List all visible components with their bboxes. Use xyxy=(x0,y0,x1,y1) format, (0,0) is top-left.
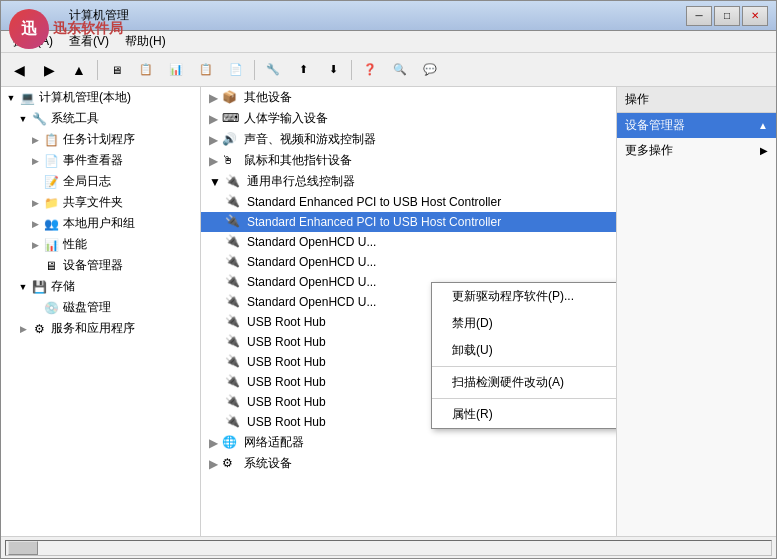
ops-item-devmgr-arrow: ▲ xyxy=(758,120,768,131)
device-enhanced-2[interactable]: 🔌 Standard Enhanced PCI to USB Host Cont… xyxy=(201,212,616,232)
tree-label-services: 服务和应用程序 xyxy=(51,320,135,337)
toolbar-btn-3[interactable]: 📋 xyxy=(132,57,160,83)
cat-other-icon: 📦 xyxy=(222,90,238,106)
device-openhcd-2[interactable]: 🔌 Standard OpenHCD U... xyxy=(201,252,616,272)
tree-item-event[interactable]: ▶ 📄 事件查看器 xyxy=(1,150,200,171)
tree-label-task: 任务计划程序 xyxy=(63,131,135,148)
toolbar-btn-12[interactable]: 💬 xyxy=(416,57,444,83)
context-menu: 更新驱动程序软件(P)... 禁用(D) 卸载(U) 扫描检测硬件改动(A) 属… xyxy=(431,282,616,429)
tree-item-log[interactable]: 📝 全局日志 xyxy=(1,171,200,192)
ctx-scan[interactable]: 扫描检测硬件改动(A) xyxy=(432,369,616,396)
cat-usb-icon: 🔌 xyxy=(225,174,241,190)
expand-task: ▶ xyxy=(29,134,41,146)
tree-item-task[interactable]: ▶ 📋 任务计划程序 xyxy=(1,129,200,150)
toolbar-btn-2[interactable]: 🖥 xyxy=(102,57,130,83)
cat-mouse-label: 鼠标和其他指针设备 xyxy=(244,152,352,169)
device-usb-hub-5-icon: 🔌 xyxy=(225,394,241,410)
main-window: 迅 迅东软件局 计算机管理 ─ □ ✕ 操作(A) 查看(V) 帮助(H) ◀ … xyxy=(0,0,777,559)
scroll-thumb[interactable] xyxy=(8,541,38,555)
toolbar-btn-4[interactable]: 📊 xyxy=(162,57,190,83)
device-enhanced-2-icon: 🔌 xyxy=(225,214,241,230)
ctx-update-driver[interactable]: 更新驱动程序软件(P)... xyxy=(432,283,616,310)
tree-item-disk[interactable]: 💿 磁盘管理 xyxy=(1,297,200,318)
back-button[interactable]: ◀ xyxy=(5,57,33,83)
tree-item-perf[interactable]: ▶ 📊 性能 xyxy=(1,234,200,255)
expand-log xyxy=(29,176,41,188)
expand-services: ▶ xyxy=(17,323,29,335)
device-openhcd-2-label: Standard OpenHCD U... xyxy=(247,255,376,269)
storage-icon: 💾 xyxy=(31,279,47,295)
ctx-disable[interactable]: 禁用(D) xyxy=(432,310,616,337)
tree-item-devmgr[interactable]: 🖥 设备管理器 xyxy=(1,255,200,276)
device-usb-hub-3-icon: 🔌 xyxy=(225,354,241,370)
cat-usb[interactable]: ▼ 🔌 通用串行总线控制器 xyxy=(201,171,616,192)
device-enhanced-2-label: Standard Enhanced PCI to USB Host Contro… xyxy=(247,215,501,229)
tree-item-computer[interactable]: ▼ 💻 计算机管理(本地) xyxy=(1,87,200,108)
cat-hid[interactable]: ▶ ⌨ 人体学输入设备 xyxy=(201,108,616,129)
cat-net[interactable]: ▶ 🌐 网络适配器 xyxy=(201,432,616,453)
tree-item-tools[interactable]: ▼ 🔧 系统工具 xyxy=(1,108,200,129)
expand-share: ▶ xyxy=(29,197,41,209)
cat-net-expand: ▶ xyxy=(209,436,218,450)
cat-audio[interactable]: ▶ 🔊 声音、视频和游戏控制器 xyxy=(201,129,616,150)
cat-net-label: 网络适配器 xyxy=(244,434,304,451)
disk-icon: 💿 xyxy=(43,300,59,316)
tree-label-share: 共享文件夹 xyxy=(63,194,123,211)
device-usb-hub-5-label: USB Root Hub xyxy=(247,395,326,409)
device-enhanced-1-label: Standard Enhanced PCI to USB Host Contro… xyxy=(247,195,501,209)
device-openhcd-1[interactable]: 🔌 Standard OpenHCD U... xyxy=(201,232,616,252)
toolbar-btn-6[interactable]: 📄 xyxy=(222,57,250,83)
toolbar-btn-10[interactable]: ❓ xyxy=(356,57,384,83)
menu-help[interactable]: 帮助(H) xyxy=(117,31,174,52)
tree-item-users[interactable]: ▶ 👥 本地用户和组 xyxy=(1,213,200,234)
toolbar-sep-1 xyxy=(97,60,98,80)
cat-other-label: 其他设备 xyxy=(244,89,292,106)
tree-item-share[interactable]: ▶ 📁 共享文件夹 xyxy=(1,192,200,213)
toolbar-btn-11[interactable]: 🔍 xyxy=(386,57,414,83)
minimize-button[interactable]: ─ xyxy=(686,6,712,26)
device-openhcd-3-icon: 🔌 xyxy=(225,274,241,290)
ops-item-more[interactable]: 更多操作 ▶ xyxy=(617,138,776,163)
left-pane: ▼ 💻 计算机管理(本地) ▼ 🔧 系统工具 ▶ 📋 任务计划程序 ▶ 📄 事件… xyxy=(1,87,201,536)
computer-icon: 💻 xyxy=(19,90,35,106)
cat-system[interactable]: ▶ ⚙ 系统设备 xyxy=(201,453,616,474)
tree-item-services[interactable]: ▶ ⚙ 服务和应用程序 xyxy=(1,318,200,339)
event-icon: 📄 xyxy=(43,153,59,169)
device-openhcd-1-label: Standard OpenHCD U... xyxy=(247,235,376,249)
device-openhcd-3-label: Standard OpenHCD U... xyxy=(247,275,376,289)
forward-button[interactable]: ▶ xyxy=(35,57,63,83)
title-bar: 迅 迅东软件局 计算机管理 ─ □ ✕ xyxy=(1,1,776,31)
status-bar xyxy=(1,536,776,558)
perf-icon: 📊 xyxy=(43,237,59,253)
expand-perf: ▶ xyxy=(29,239,41,251)
maximize-button[interactable]: □ xyxy=(714,6,740,26)
tree-item-storage[interactable]: ▼ 💾 存储 xyxy=(1,276,200,297)
ctx-properties[interactable]: 属性(R) xyxy=(432,401,616,428)
expand-disk xyxy=(29,302,41,314)
device-openhcd-4-icon: 🔌 xyxy=(225,294,241,310)
tree-label-users: 本地用户和组 xyxy=(63,215,135,232)
toolbar-btn-9[interactable]: ⬇ xyxy=(319,57,347,83)
up-button[interactable]: ▲ xyxy=(65,57,93,83)
ctx-uninstall[interactable]: 卸载(U) xyxy=(432,337,616,364)
device-enhanced-1[interactable]: 🔌 Standard Enhanced PCI to USB Host Cont… xyxy=(201,192,616,212)
ops-item-devmgr[interactable]: 设备管理器 ▲ xyxy=(617,113,776,138)
cat-system-label: 系统设备 xyxy=(244,455,292,472)
watermark-text: 迅东软件局 xyxy=(53,20,123,38)
expand-users: ▶ xyxy=(29,218,41,230)
device-openhcd-1-icon: 🔌 xyxy=(225,234,241,250)
close-button[interactable]: ✕ xyxy=(742,6,768,26)
cat-mouse[interactable]: ▶ 🖱 鼠标和其他指针设备 xyxy=(201,150,616,171)
toolbar-sep-3 xyxy=(351,60,352,80)
expand-storage: ▼ xyxy=(17,281,29,293)
tree-label-computer: 计算机管理(本地) xyxy=(39,89,131,106)
expand-event: ▶ xyxy=(29,155,41,167)
cat-hid-icon: ⌨ xyxy=(222,111,238,127)
ops-item-devmgr-label: 设备管理器 xyxy=(625,117,685,134)
device-usb-hub-4-label: USB Root Hub xyxy=(247,375,326,389)
cat-other[interactable]: ▶ 📦 其他设备 xyxy=(201,87,616,108)
toolbar-btn-8[interactable]: ⬆ xyxy=(289,57,317,83)
toolbar-btn-7[interactable]: 🔧 xyxy=(259,57,287,83)
toolbar-btn-5[interactable]: 📋 xyxy=(192,57,220,83)
device-usb-hub-2-icon: 🔌 xyxy=(225,334,241,350)
